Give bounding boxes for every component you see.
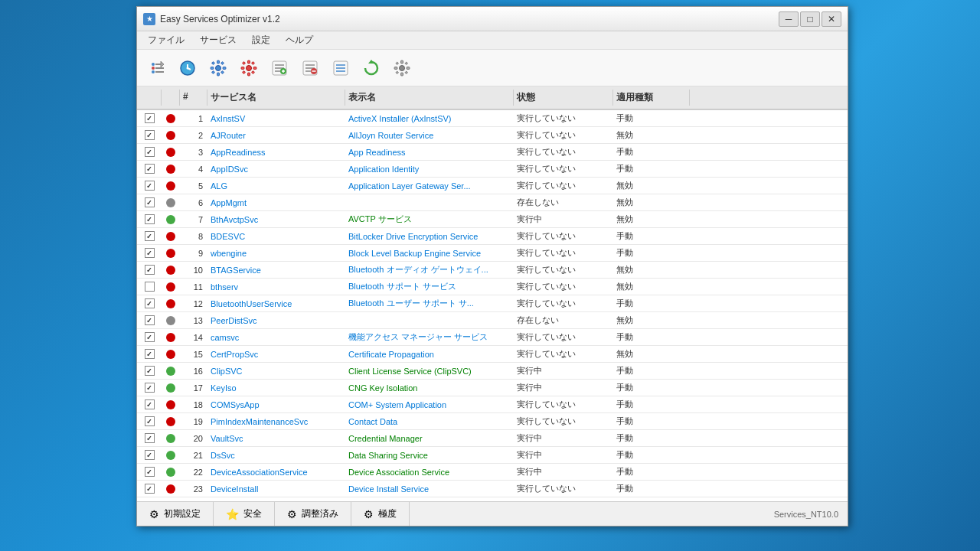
table-row[interactable]: 12BluetoothUserServiceBluetooth ユーザー サポー… (137, 295, 848, 312)
tab-adjusted-icon: ⚙ (287, 508, 297, 520)
menu-file[interactable]: ファイル (140, 32, 192, 48)
row-checkbox[interactable] (145, 248, 155, 258)
service-type: 手動 (613, 331, 690, 344)
table-row[interactable]: 16ClipSVCClient License Service (ClipSVC… (137, 363, 848, 380)
svg-rect-19 (220, 70, 224, 73)
row-checkbox[interactable] (145, 366, 155, 376)
wand-button[interactable] (143, 54, 171, 82)
tab-adjusted[interactable]: ⚙ 調整済み (275, 502, 351, 526)
tab-adjusted-label: 調整済み (302, 507, 338, 520)
status-dot (166, 232, 175, 241)
table-row[interactable]: 3AppReadinessApp Readiness実行していない手動 (137, 144, 848, 161)
row-number: 14 (180, 332, 207, 343)
tab-extreme-icon: ⚙ (364, 508, 374, 520)
maximize-button[interactable]: □ (800, 11, 820, 27)
table-body[interactable]: 1AxInstSVActiveX Installer (AxInstSV)実行し… (137, 110, 848, 501)
table-row[interactable]: 17KeyIsoCNG Key Isolation実行中手動 (137, 380, 848, 396)
status-dot (166, 468, 175, 477)
row-checkbox[interactable] (145, 282, 155, 292)
table-row[interactable]: 14camsvc機能アクセス マネージャー サービス実行していない手動 (137, 329, 848, 346)
row-checkbox[interactable] (145, 399, 155, 409)
service-status: 実行中 (514, 432, 613, 445)
menu-service[interactable]: サービス (192, 32, 244, 48)
tab-extreme-label: 極度 (378, 507, 397, 520)
display-name: Application Identity (345, 164, 514, 174)
gear-blue-button[interactable] (204, 54, 232, 82)
svg-rect-12 (217, 60, 220, 64)
table-row[interactable]: 22DeviceAssociationServiceDevice Associa… (137, 464, 848, 481)
row-checkbox[interactable] (145, 181, 155, 191)
tab-safe[interactable]: ⭐ 安全 (214, 502, 275, 526)
service-status: 実行していない (514, 246, 613, 259)
service-type: 手動 (613, 364, 690, 377)
table-row[interactable]: 23DeviceInstallDevice Install Service実行し… (137, 481, 848, 497)
table-row[interactable]: 7BthAvctpSvcAVCTP サービス実行中無効 (137, 211, 848, 228)
menu-settings[interactable]: 設定 (244, 32, 278, 48)
service-name: PeerDistSvc (207, 315, 345, 326)
tab-extreme[interactable]: ⚙ 極度 (351, 502, 410, 526)
table-row[interactable]: 9wbengineBlock Level Backup Engine Servi… (137, 245, 848, 262)
row-checkbox[interactable] (145, 197, 155, 207)
table-row[interactable]: 13PeerDistSvc存在しない無効 (137, 312, 848, 329)
svg-point-0 (152, 63, 155, 66)
status-dot (166, 434, 175, 443)
row-checkbox[interactable] (145, 265, 155, 275)
svg-rect-26 (251, 61, 254, 64)
table-row[interactable]: 20VaultSvcCredential Manager実行中手動 (137, 430, 848, 447)
close-button[interactable]: ✕ (822, 11, 841, 27)
table-row[interactable]: 21DsSvcData Sharing Service実行中手動 (137, 447, 848, 464)
table-row[interactable]: 1AxInstSVActiveX Installer (AxInstSV)実行し… (137, 110, 848, 127)
toolbar (137, 50, 848, 86)
table-row[interactable]: 11bthservBluetooth サポート サービス実行していない無効 (137, 279, 848, 295)
table-row[interactable]: 4AppIDSvcApplication Identity実行していない手動 (137, 161, 848, 178)
row-checkbox[interactable] (145, 484, 155, 494)
row-checkbox[interactable] (145, 416, 155, 426)
service-status: 存在しない (514, 314, 613, 327)
settings-button[interactable] (388, 54, 416, 82)
list-view-button[interactable] (327, 54, 354, 82)
table-row[interactable]: 5ALGApplication Layer Gateway Ser...実行して… (137, 178, 848, 194)
refresh-button[interactable] (358, 54, 385, 82)
row-checkbox[interactable] (145, 433, 155, 443)
row-checkbox[interactable] (145, 147, 155, 157)
menu-help[interactable]: ヘルプ (278, 32, 321, 48)
status-dot (166, 350, 175, 359)
row-checkbox[interactable] (145, 349, 155, 359)
row-checkbox[interactable] (145, 164, 155, 174)
tab-default[interactable]: ⚙ 初期設定 (137, 502, 214, 526)
service-name: AppReadiness (207, 147, 345, 158)
table-row[interactable]: 2AJRouterAllJoyn Router Service実行していない無効 (137, 127, 848, 144)
svg-rect-52 (396, 61, 399, 64)
clock-button[interactable] (174, 54, 201, 82)
table-row[interactable]: 19PimIndexMaintenanceSvcContact Data実行して… (137, 413, 848, 430)
row-checkbox[interactable] (145, 130, 155, 140)
list-remove-button[interactable] (296, 54, 324, 82)
row-checkbox[interactable] (145, 113, 155, 123)
status-dot (166, 484, 175, 494)
row-checkbox[interactable] (145, 298, 155, 308)
row-checkbox[interactable] (145, 231, 155, 241)
row-number: 22 (180, 467, 207, 478)
list-add-button[interactable] (266, 54, 293, 82)
row-checkbox[interactable] (145, 332, 155, 342)
row-checkbox[interactable] (145, 214, 155, 224)
gear-red-button[interactable] (235, 54, 263, 82)
service-name: VaultSvc (207, 433, 345, 444)
row-checkbox[interactable] (145, 315, 155, 325)
row-checkbox[interactable] (145, 383, 155, 393)
service-name: BDESVC (207, 231, 345, 242)
table-row[interactable]: 18COMSysAppCOM+ System Application実行していな… (137, 396, 848, 413)
status-dot (166, 249, 175, 258)
table-row[interactable]: 6AppMgmt存在しない無効 (137, 194, 848, 211)
status-dot (166, 148, 175, 157)
main-window: ★ Easy Services Optimizer v1.2 ─ □ ✕ ファイ… (136, 6, 848, 527)
display-name: Application Layer Gateway Ser... (345, 181, 514, 191)
minimize-button[interactable]: ─ (779, 11, 799, 27)
table-row[interactable]: 15CertPropSvcCertificate Propagation実行して… (137, 346, 848, 363)
table-row[interactable]: 8BDESVCBitLocker Drive Encryption Servic… (137, 228, 848, 245)
svg-rect-48 (401, 60, 403, 64)
row-checkbox[interactable] (145, 450, 155, 460)
col-status: 状態 (514, 90, 613, 106)
table-row[interactable]: 10BTAGServiceBluetooth オーディオ ゲートウェイ...実行… (137, 262, 848, 279)
row-checkbox[interactable] (145, 467, 155, 477)
